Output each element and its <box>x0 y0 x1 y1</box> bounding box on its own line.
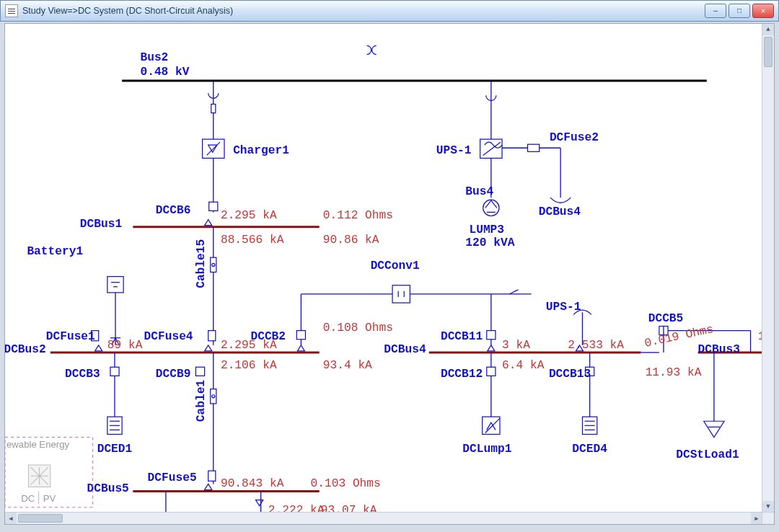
svg-rect-1 <box>211 104 216 112</box>
dcfuse5-label: DCFuse5 <box>148 471 197 484</box>
vertical-scrollbar[interactable]: ▲ ▼ <box>762 24 774 513</box>
lump3-label: LUMP3 <box>469 223 504 236</box>
toolbox-pv: PV <box>43 493 56 504</box>
ups1-label: UPS-1 <box>436 144 472 157</box>
horizontal-scrollbar[interactable]: ◀ ▶ <box>5 512 762 524</box>
dcbus4-ibelow: 6.4 kA <box>502 359 545 372</box>
bus4-label: Bus4 <box>465 185 493 198</box>
dcfuse2-symbol[interactable] <box>528 144 540 151</box>
ups1b-label: UPS-1 <box>546 301 581 314</box>
dcbus5-label: DCBus5 <box>87 482 128 495</box>
dcfuse4-label: DCFuse4 <box>144 330 193 343</box>
dcfuse4-symbol[interactable] <box>208 331 216 341</box>
dccb11-label: DCCB11 <box>441 330 483 343</box>
dcbus5-iin: 90.843 kA <box>221 477 284 490</box>
dccb2-symbol[interactable] <box>296 331 305 340</box>
dcbus5-ohms: 0.103 Ohms <box>311 477 381 490</box>
app-icon <box>5 4 18 17</box>
dcbus2-label-left: DCBus2 <box>5 343 46 356</box>
dcbus3-ifault: 11.93 kA <box>646 366 702 379</box>
dced1-label: DCED1 <box>97 443 133 456</box>
bus2-label: Bus2 <box>140 51 168 64</box>
scroll-left-button[interactable]: ◀ <box>5 513 17 524</box>
close-button[interactable]: ✕ <box>752 4 774 18</box>
scroll-right-button[interactable]: ▶ <box>751 513 762 524</box>
dccb11-symbol[interactable] <box>487 331 496 340</box>
dccb9-symbol[interactable] <box>195 367 204 376</box>
charger1-label: Charger1 <box>233 144 289 157</box>
battery1-label: Battery1 <box>27 245 83 258</box>
dcbus1-iin: 2.295 kA <box>221 209 277 222</box>
maximize-button[interactable]: □ <box>729 4 750 18</box>
dccb6-label: DCCB6 <box>156 204 191 217</box>
dccb6-symbol[interactable] <box>209 202 218 210</box>
scroll-up-button[interactable]: ▲ <box>762 24 774 35</box>
dcbus2-ibranch: 2.106 kA <box>221 359 277 372</box>
scroll-down-button[interactable]: ▼ <box>762 501 774 513</box>
scroll-thumb-horizontal[interactable] <box>18 514 63 523</box>
minimize-button[interactable]: — <box>705 4 726 18</box>
dccb3-label: DCCB3 <box>65 368 100 381</box>
battery1-symbol[interactable] <box>107 277 123 293</box>
single-line-diagram[interactable]: Bus2 0.48 kV Charger1 UPS-1 DCFuse2 <box>5 24 774 520</box>
dced4-label: DCED4 <box>572 443 607 456</box>
lump3-rating: 120 kVA <box>465 236 514 249</box>
dcbus4-label: DCBus4 <box>384 343 426 356</box>
dcfuse5-symbol[interactable] <box>208 471 216 481</box>
dcfuse2-label: DCFuse2 <box>550 131 599 144</box>
svg-rect-29 <box>211 389 216 404</box>
dccb12-label: DCCB12 <box>441 368 483 381</box>
dcconv1-label: DCConv1 <box>371 260 420 272</box>
diagram-canvas[interactable]: Bus2 0.48 kV Charger1 UPS-1 DCFuse2 <box>4 23 775 525</box>
dccb13-label: DCCB13 <box>549 368 591 381</box>
dcbus2-ileft: 89 kA <box>107 339 143 352</box>
dcfuse1-label: DCFuse1 <box>46 330 95 343</box>
window-title: Study View=>DC System (DC Short-Circuit … <box>22 6 705 16</box>
bus2-kv: 0.48 kV <box>140 66 189 79</box>
svg-rect-12 <box>211 257 216 272</box>
cable1-label: Cable1 <box>195 380 208 422</box>
dcstload1-symbol[interactable] <box>704 421 724 437</box>
dcconv1-symbol[interactable] <box>392 285 410 303</box>
dcbus4-top-label: DCBus4 <box>539 205 581 218</box>
dcbus2-ohms: 0.108 Ohms <box>323 322 393 334</box>
dccb3-symbol[interactable] <box>110 367 119 376</box>
dcbus1-label: DCBus1 <box>80 218 123 231</box>
dclump1-symbol[interactable] <box>483 417 500 434</box>
dccb9-label: DCCB9 <box>156 368 191 381</box>
dcbus2-imid: 2.295 kA <box>221 339 277 352</box>
scroll-corner <box>762 512 774 524</box>
dccb12-symbol[interactable] <box>487 367 496 376</box>
toolbox-dc: DC <box>21 493 35 504</box>
dcbus4-ir1: 3 kA <box>502 339 530 352</box>
dcbus2-ifault: 93.4 kA <box>323 359 372 372</box>
dcbus1-ohms: 0.112 Ohms <box>323 209 393 222</box>
scroll-thumb-vertical[interactable] <box>764 37 773 67</box>
cable15-label: Cable15 <box>195 239 208 288</box>
dccb5-label: DCCB5 <box>648 312 684 325</box>
dcbus1-ibranch: 88.566 kA <box>221 234 284 247</box>
dcbus1-ifault: 90.86 kA <box>323 234 379 247</box>
dcbus4-top-symbol[interactable] <box>550 198 571 203</box>
dcstload1-label: DCStLoad1 <box>676 448 739 461</box>
renewable-label: ewable Energy <box>6 439 69 450</box>
title-bar: Study View=>DC System (DC Short-Circuit … <box>0 0 779 22</box>
dclump1-label: DCLump1 <box>462 443 511 456</box>
dcbus3-label: DCBus3 <box>698 343 740 356</box>
